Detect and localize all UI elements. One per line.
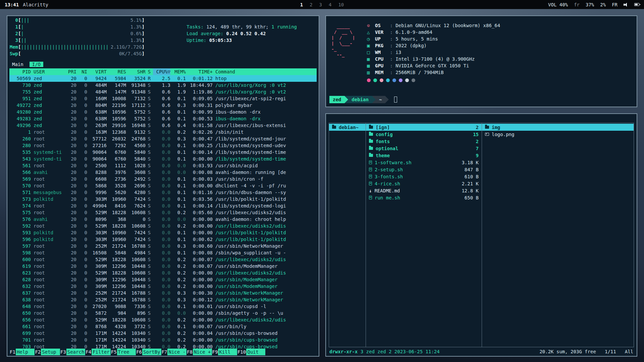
fkey-f6[interactable]: F6SortBy [136,349,161,355]
process-row[interactable]: 701root200171M1422410340S0.00.20:00.00/u… [9,337,317,343]
column-header-c10[interactable]: TIME+ [186,68,213,75]
file-item[interactable]: theme9 [366,152,482,159]
color-palette-dots [367,78,415,82]
process-row[interactable]: 576avahi20080963680S0.00.00:00.00avahi-d… [9,216,317,223]
process-row[interactable]: 730zed200484M147M91348S1.31.918:44.97/us… [9,82,317,88]
file-name: [ign] [376,125,473,130]
workspace-4[interactable]: 4 [329,2,331,7]
file-manager-window[interactable]: zed@debian /home/zed/Documents/GitHub/de… [325,113,637,357]
process-row[interactable]: 628root200309M1229610448S0.00.20:00.00/u… [9,276,317,283]
process-row[interactable]: 561root200250011121028S0.00.00:03.93/usr… [9,162,317,169]
fkey-f3[interactable]: F3Search [60,349,85,355]
process-row[interactable]: 951zed200160M100087132S0.60.10:09.05/usr… [9,95,317,102]
process-row[interactable]: 650root2005872984896S0.00.00:00.00/sbin/… [9,310,317,316]
column-header-c4[interactable]: VIRT [87,68,107,75]
file-item[interactable]: 3-fonts.sh610 B [366,173,482,180]
process-row[interactable]: 600root200529M1822810608S0.00.20:00.07/u… [9,256,317,263]
fkey-f7[interactable]: F7Nice - [161,349,186,355]
workspace-2[interactable]: 2 [310,2,312,7]
process-row[interactable]: 50569zed200942459843524R2.50.10:01.12hto… [9,75,317,82]
file-item[interactable]: img [482,124,634,131]
fkey-f10[interactable]: F10Quit [237,349,265,355]
fkey-f1[interactable]: F1Help [9,349,35,355]
column-header-c9[interactable]: MEM% [170,68,186,75]
workspace-10[interactable]: 10 [338,2,344,7]
column-header-c5[interactable]: RES [107,68,126,75]
process-row[interactable]: 543systemd-ti2009006467605840S0.00.10:00… [9,156,317,162]
file-item[interactable]: optional7 [366,145,482,152]
neofetch-window[interactable]: _____ / __ \ | / | | \___- -_ --_ ⊙OS : … [325,15,637,107]
tab-io[interactable]: I/O [30,62,43,67]
process-row[interactable]: 571messagebus200999656204280S0.00.10:01.… [9,189,317,196]
file-size: 3.18 K [462,160,479,165]
htop-window[interactable]: 0[|||5.1%] 1[|1.3%] 2[|0.6%] 3[||1.3%]Me… [7,15,319,357]
fkey-f5[interactable]: F5Tree [111,349,136,355]
workspace-1[interactable]: 1 [300,2,303,7]
file-item[interactable]: 4-rice.sh2.21 K [366,180,482,187]
prompt-separator-icon [372,96,376,103]
process-row[interactable]: 619root200309M1229610448S0.00.20:00.07/u… [9,263,317,269]
process-row[interactable]: 569root200660827362492S0.00.10:00.03/usr… [9,176,317,182]
fkey-f8[interactable]: F8Nice + [186,349,212,355]
process-row[interactable]: 280root2002721672924560S0.00.10:00.25/li… [9,142,317,149]
battery-icon[interactable] [634,3,639,6]
column-header-c11[interactable]: Command [213,68,317,75]
column-header-c7[interactable]: S [146,68,153,75]
column-header-c0[interactable]: PID [9,68,31,75]
process-row[interactable]: 573polkitd200303M109607424S0.00.10:03.56… [9,196,317,202]
process-row[interactable]: 49280zed200638M105965752S0.60.10:00.99ib… [9,109,317,115]
clock: 13:41 [5,2,19,7]
process-row[interactable]: 570root200586835282696S0.00.10:00.00dhcl… [9,182,317,189]
process-row[interactable]: 656root200529M1822810608S0.00.20:00.00/u… [9,316,317,323]
column-header-c6[interactable]: SHR [126,68,146,75]
workspace-3[interactable]: 3 [319,2,322,7]
tab-main[interactable]: Main [9,62,26,67]
file-item[interactable]: debian~ [329,124,366,131]
process-row[interactable]: 661root200876843283732S0.00.10:00.07/usr… [9,323,317,330]
process-row[interactable]: 593polkitd200303M109607424S0.00.10:00.00… [9,229,317,236]
file-item[interactable]: 2-setup.sh847 B [366,166,482,173]
process-row[interactable]: 632root200309M1229610448S0.00.20:00.00/u… [9,283,317,290]
column-header-c8[interactable]: CPU%▽ [153,68,170,75]
process-row[interactable]: 597root200252M2172416788S0.00.30:00.60/u… [9,243,317,249]
process-row[interactable]: 1root200163M123689132S0.00.20:02.26/sbin… [9,129,317,135]
process-row[interactable]: 703root200171M1422410340S0.00.20:00.00/u… [9,343,317,349]
process-row[interactable]: 648root2002702090887336S0.00.10:00.01/us… [9,303,317,310]
process-row[interactable]: 575root200529M1822810608S0.00.20:05.60/u… [9,209,317,216]
process-row[interactable]: 596polkitd200303M109607424S0.00.10:00.62… [9,236,317,243]
file-item[interactable]: config15 [366,131,482,138]
column-header-c2[interactable]: PRI [64,68,76,75]
column-header-c3[interactable]: NI [76,68,87,75]
process-row[interactable]: 49283zed200638M105965752S0.60.10:00.53ib… [9,115,317,122]
process-row[interactable]: 49296zed200263M2991616948S0.60.40:01.58/… [9,122,317,129]
process-row[interactable]: 637root200252M2172416788S0.00.30:00.30/u… [9,290,317,296]
file-name: run_me.sh [375,195,462,200]
process-row[interactable]: 566avahi200828839763608S0.00.00:00.08ava… [9,169,317,176]
load-values: 0.24 0.52 0.42 [226,31,266,36]
process-row[interactable]: 49272zed200804M2219617112S0.60.30:00.31p… [9,102,317,109]
file-item[interactable]: ↓README.md12.8 K [366,187,482,194]
fkey-f9[interactable]: F9Kill [212,349,237,355]
file-item[interactable]: 1-software.sh3.18 K [366,159,482,166]
process-row[interactable]: 574root2004990484167624S0.00.10:00.14/li… [9,202,317,209]
volume-icon[interactable] [624,3,628,7]
process-row[interactable]: 535systemd-ti2009006467605840S0.00.10:00… [9,149,317,156]
fkey-f2[interactable]: F2Setup [35,349,60,355]
prompt-segment: ~ [376,96,385,103]
os-icon: ⊙ [367,22,375,29]
process-row[interactable]: 592root200529M1822810608S0.00.20:00.00/u… [9,223,317,229]
file-item[interactable]: [ign]2 [366,124,482,131]
file-item[interactable]: run_me.sh650 B [366,194,482,201]
process-row[interactable]: 755zed200484M147M91348S0.61.91:19.86/usr… [9,88,317,95]
folder-icon [369,126,373,129]
process-row[interactable]: 598root2001650858484984S0.00.10:00.08/sb… [9,249,317,256]
process-row[interactable]: 699root200171M1422410340S0.00.20:00.04/u… [9,330,317,337]
process-row[interactable]: 623root200529M1822810608S0.00.20:00.00/u… [9,269,317,276]
process-row[interactable]: 638root200252M2172416788S0.00.30:00.12/u… [9,296,317,303]
file-item[interactable]: logo.png [482,131,634,138]
folder-icon [332,126,336,129]
column-header-c1[interactable]: USER [31,68,64,75]
file-item[interactable]: fonts2 [366,138,482,145]
process-row[interactable]: 260root200577122603224768S0.00.30:00.47/… [9,135,317,142]
fkey-f4[interactable]: F4Filter [85,349,110,355]
